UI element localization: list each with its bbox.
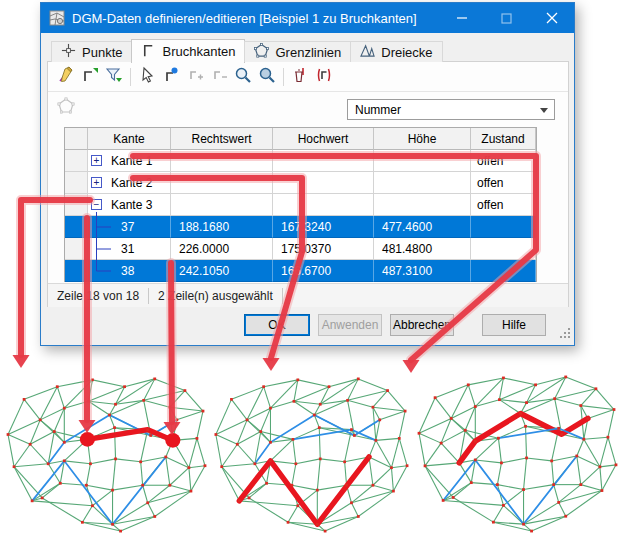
hoehe-value: 481.4800 [382, 242, 432, 256]
tab-label: Punkte [82, 45, 122, 60]
point-number: 37 [121, 220, 134, 234]
tab-punkte[interactable]: Punkte [51, 41, 132, 62]
rechtswert-value: 242.1050 [179, 264, 229, 278]
filter-kanten-button[interactable] [102, 65, 126, 89]
app-icon [49, 10, 65, 26]
zoom-selection-icon [258, 66, 276, 88]
table-row-kante-3[interactable]: −Kante 3offen [65, 194, 536, 216]
hochwert-value: 166.6700 [281, 264, 331, 278]
toolbar-row-1 [48, 62, 568, 92]
close-button[interactable] [529, 3, 574, 33]
row-margin [65, 260, 88, 282]
sort-dropdown-value: Nummer [355, 103, 401, 117]
col-header-rechtswert: Rechtswert [171, 128, 273, 150]
table-row-37[interactable]: 37188.1680167.3240477.4600 [65, 216, 536, 238]
zoom-icon [234, 66, 252, 88]
table-row-31[interactable]: 31226.0000175.0370481.4800 [65, 238, 536, 260]
open-close-kante-button[interactable] [312, 65, 336, 89]
col-header-zustand: Zustand [471, 128, 536, 150]
row-margin [65, 172, 88, 194]
zustand-value: offen [477, 198, 503, 212]
statusbar: Zeile 18 von 18 2 Zeile(n) ausgewählt [48, 283, 568, 307]
content-frame: Nummer Kante Rechtswert Hochwert Höhe Zu… [47, 61, 569, 307]
chevron-down-icon [540, 108, 548, 113]
titlebar[interactable]: DGM-Daten definieren/editieren [Beispiel… [41, 3, 574, 33]
row-margin [65, 194, 88, 216]
hochwert-value: 175.0370 [281, 242, 331, 256]
insert-point-button[interactable] [159, 65, 183, 89]
point-number: 38 [121, 264, 134, 278]
table-row-kante-2[interactable]: +Kante 2offen [65, 172, 536, 194]
row-margin [65, 216, 88, 238]
table-header: Kante Rechtswert Hochwert Höhe Zustand [65, 128, 536, 150]
statusbar-rows-info: Zeile 18 von 18 [48, 288, 149, 304]
mesh-diagram-kante1 [413, 372, 619, 535]
table-body: +Kante 1offen+Kante 2offen−Kante 3offen3… [65, 150, 536, 282]
kante-label: Kante 2 [111, 176, 152, 190]
zoom-button[interactable] [231, 65, 255, 89]
maximize-button[interactable] [484, 3, 529, 33]
sort-dropdown[interactable]: Nummer [347, 99, 555, 120]
hilfe-button[interactable]: Hilfe [482, 314, 546, 336]
edit-kante-icon [57, 66, 75, 88]
edit-kante-button[interactable] [54, 65, 78, 89]
anwenden-button: Anwenden [318, 314, 382, 336]
zustand-value: offen [477, 176, 503, 190]
bruchkanten-icon [141, 43, 156, 61]
delete-kante-icon [291, 66, 309, 88]
mesh-diagram-kante2 [210, 374, 410, 535]
hoehe-value: 487.3100 [382, 264, 432, 278]
dreiecke-icon [360, 43, 375, 61]
punkte-icon [61, 43, 76, 61]
kante-label: Kante 3 [111, 198, 152, 212]
new-kante-icon [81, 66, 99, 88]
toolbar-separator [283, 68, 284, 86]
zoom-selection-button[interactable] [255, 65, 279, 89]
filter-kanten-icon [105, 66, 123, 88]
tab-grenzlinien[interactable]: Grenzlinien [244, 41, 351, 62]
minimize-button[interactable] [439, 3, 484, 33]
table-row-38[interactable]: 38242.1050166.6700487.3100 [65, 260, 536, 282]
col-header-hoehe: Höhe [374, 128, 471, 150]
ok-button[interactable]: OK [244, 314, 310, 336]
toolbar-row-2-icons [54, 96, 78, 120]
toolbar-separator [130, 68, 131, 86]
statusbar-selection-info: 2 Zeile(n) ausgewählt [149, 288, 283, 304]
window-title: DGM-Daten definieren/editieren [Beispiel… [72, 11, 439, 26]
zustand-value: offen [477, 154, 503, 168]
expander-toggle[interactable]: + [91, 155, 102, 166]
abbrechen-button[interactable]: Abbrechen [390, 314, 454, 336]
row-margin [65, 238, 88, 260]
resize-grip[interactable] [560, 325, 571, 343]
tab-dreiecke[interactable]: Dreiecke [350, 41, 442, 62]
expander-toggle[interactable]: − [91, 199, 102, 210]
tab-label: Grenzlinien [275, 45, 341, 60]
remove-point-button [207, 65, 231, 89]
tab-bruchkanten[interactable]: Bruchkanten [131, 39, 245, 63]
expander-toggle[interactable]: + [91, 177, 102, 188]
append-point-icon [186, 66, 204, 88]
rechtswert-value: 226.0000 [179, 242, 229, 256]
select-cursor-icon [138, 66, 156, 88]
remove-point-icon [210, 66, 228, 88]
kante-label: Kante 1 [111, 154, 152, 168]
hoehe-value: 477.4600 [382, 220, 432, 234]
table-row-kante-1[interactable]: +Kante 1offen [65, 150, 536, 172]
dgm-dialog: DGM-Daten definieren/editieren [Beispiel… [40, 2, 575, 346]
tabstrip: PunkteBruchkantenGrenzlinienDreiecke [51, 39, 443, 62]
new-kante-button[interactable] [78, 65, 102, 89]
row-margin [65, 150, 88, 172]
mesh-diagram-kante3 [2, 374, 208, 535]
delete-kante-button[interactable] [288, 65, 312, 89]
tab-label: Dreiecke [381, 45, 432, 60]
select-cursor-button[interactable] [135, 65, 159, 89]
insert-point-icon [162, 66, 180, 88]
col-header-margin [65, 128, 88, 150]
col-header-hochwert: Hochwert [273, 128, 374, 150]
rechtswert-value: 188.1680 [179, 220, 229, 234]
grenzlinien-icon [254, 43, 269, 61]
toolbar-row-2: Nummer [48, 93, 568, 122]
point-number: 31 [121, 242, 134, 256]
hochwert-value: 167.3240 [281, 220, 331, 234]
append-point-button [183, 65, 207, 89]
